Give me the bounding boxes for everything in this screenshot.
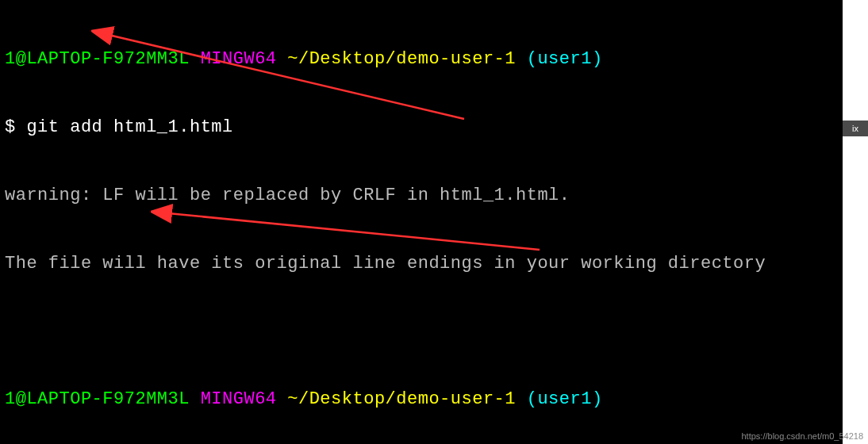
- cwd-path: ~/Desktop/demo-user-1: [287, 389, 516, 409]
- scrollbar-tag: ix: [843, 121, 868, 136]
- user-host: 1@LAPTOP-F972MM3L: [5, 389, 190, 409]
- cwd-path: ~/Desktop/demo-user-1: [287, 49, 516, 69]
- git-branch: (user1): [527, 389, 603, 409]
- terminal-window[interactable]: 1@LAPTOP-F972MM3L MINGW64 ~/Desktop/demo…: [0, 0, 843, 444]
- prompt-line-2: 1@LAPTOP-F972MM3L MINGW64 ~/Desktop/demo…: [5, 388, 838, 411]
- output-warning-2: The file will have its original line end…: [5, 253, 838, 276]
- command-text: git add html_1.html: [26, 117, 232, 137]
- shell-env: MINGW64: [201, 389, 277, 409]
- git-branch: (user1): [527, 49, 603, 69]
- scrollbar-track[interactable]: ix: [843, 0, 868, 444]
- output-warning-1: warning: LF will be replaced by CRLF in …: [5, 185, 838, 208]
- prompt-line-1: 1@LAPTOP-F972MM3L MINGW64 ~/Desktop/demo…: [5, 48, 838, 71]
- watermark-text: https://blog.csdn.net/m0_54218: [742, 431, 864, 441]
- shell-env: MINGW64: [201, 49, 277, 69]
- command-line-1: $ git add html_1.html: [5, 117, 838, 140]
- user-host: 1@LAPTOP-F972MM3L: [5, 49, 190, 69]
- prompt-symbol: $: [5, 117, 26, 137]
